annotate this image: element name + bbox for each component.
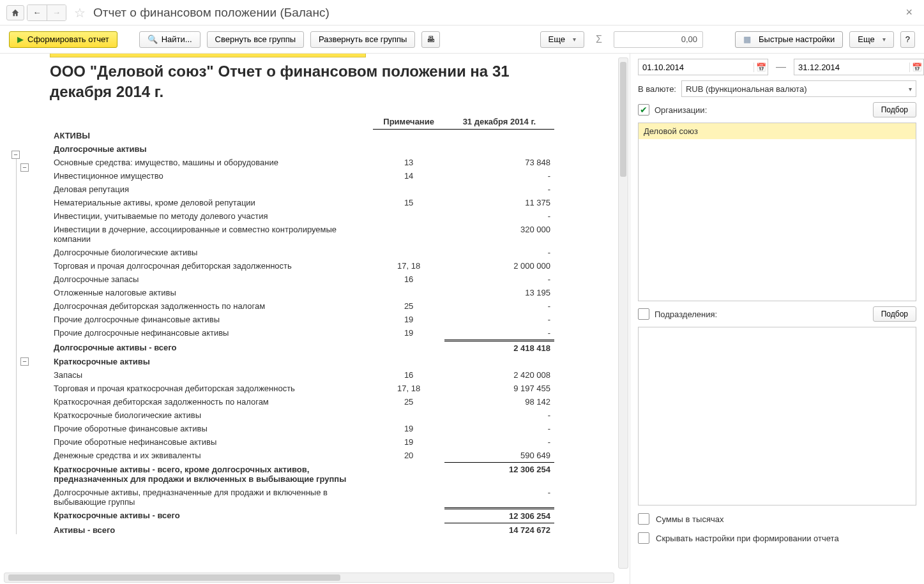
row-note bbox=[373, 223, 444, 246]
date-from-input[interactable] bbox=[639, 63, 754, 72]
tree-toggle-root[interactable]: − bbox=[11, 151, 20, 159]
favorite-toggle[interactable]: ☆ bbox=[74, 5, 87, 20]
row-note bbox=[373, 246, 444, 259]
hide-settings-checkbox[interactable] bbox=[638, 532, 649, 544]
currency-select[interactable]: RUB (функциональная валюта) ▾ bbox=[681, 80, 916, 97]
close-button[interactable]: × bbox=[900, 3, 918, 22]
row-value: - bbox=[444, 422, 554, 435]
scrollbar-thumb[interactable] bbox=[620, 62, 626, 177]
table-row: Торговая и прочая долгосрочная дебиторск… bbox=[50, 259, 554, 273]
date-to-input[interactable] bbox=[794, 63, 909, 72]
thousands-checkbox[interactable] bbox=[638, 513, 649, 525]
divs-listbox[interactable] bbox=[638, 327, 916, 505]
table-row: Краткосрочные активы - всего, кроме долг… bbox=[50, 463, 554, 486]
sum-field[interactable] bbox=[614, 31, 703, 48]
collapse-all-button[interactable]: Свернуть все группы bbox=[207, 31, 304, 48]
row-note: 19 bbox=[373, 422, 444, 435]
arrow-right-icon: → bbox=[52, 8, 61, 17]
row-name: Инвестиционное имущество bbox=[50, 169, 373, 183]
row-value: - bbox=[444, 273, 554, 286]
row-value: 9 197 455 bbox=[444, 382, 554, 395]
row-value: - bbox=[444, 408, 554, 422]
table-row: Прочие долгосрочные финансовые активы19- bbox=[50, 313, 554, 326]
divs-pick-button[interactable]: Подбор bbox=[873, 306, 916, 322]
row-note bbox=[373, 183, 444, 196]
forward-button[interactable]: → bbox=[47, 5, 66, 20]
row-name: Торговая и прочая краткосрочная дебиторс… bbox=[50, 382, 373, 395]
list-item[interactable]: Деловой союз bbox=[639, 123, 916, 139]
row-value: 590 649 bbox=[444, 449, 554, 463]
report-table: Примечание 31 декабря 2014 г. АКТИВЫДолг… bbox=[50, 114, 554, 537]
help-button[interactable]: ? bbox=[900, 31, 915, 48]
row-note: 19 bbox=[373, 435, 444, 449]
scrollbar-horizontal[interactable] bbox=[4, 573, 614, 583]
row-value: 12 306 254 bbox=[444, 509, 554, 523]
row-name: Краткосрочные биологические активы bbox=[50, 408, 373, 422]
row-note: 20 bbox=[373, 449, 444, 463]
table-row: Запасы162 420 008 bbox=[50, 368, 554, 382]
row-value: 2 418 418 bbox=[444, 341, 554, 356]
row-value: - bbox=[444, 183, 554, 196]
quick-settings-button[interactable]: Быстрые настройки bbox=[735, 31, 843, 48]
calendar-icon[interactable]: 📅 bbox=[909, 63, 923, 72]
find-button[interactable]: 🔍 Найти... bbox=[139, 31, 201, 48]
row-value: 2 420 008 bbox=[444, 368, 554, 382]
row-note bbox=[373, 408, 444, 422]
table-row: Краткосрочные активы bbox=[50, 355, 554, 368]
tree-toggle-current[interactable]: − bbox=[20, 357, 29, 366]
row-value bbox=[444, 355, 554, 368]
titlebar: ← → ☆ Отчет о финансовом положении (Бала… bbox=[0, 0, 924, 26]
print-button[interactable]: 🖶 bbox=[421, 31, 440, 48]
tree-toggle-noncurrent[interactable]: − bbox=[20, 163, 29, 172]
more-menu-1[interactable]: Еще bbox=[540, 31, 584, 48]
table-row: Денежные средства и их эквиваленты20590 … bbox=[50, 449, 554, 463]
expand-all-button[interactable]: Развернуть все группы bbox=[310, 31, 415, 48]
row-note bbox=[373, 209, 444, 223]
date-from-field[interactable]: 📅 bbox=[638, 59, 768, 75]
row-value: - bbox=[444, 435, 554, 449]
table-row: Краткосрочные биологические активы- bbox=[50, 408, 554, 422]
close-icon: × bbox=[905, 6, 913, 19]
back-button[interactable]: ← bbox=[27, 5, 47, 20]
hide-settings-label: Скрывать настройки при формировании отче… bbox=[656, 534, 839, 543]
calendar-icon[interactable]: 📅 bbox=[754, 63, 768, 72]
row-note bbox=[373, 523, 444, 537]
orgs-listbox[interactable]: Деловой союз bbox=[638, 123, 916, 301]
run-report-button[interactable]: ▶ Сформировать отчет bbox=[9, 31, 117, 48]
row-note bbox=[373, 463, 444, 486]
row-value: 2 000 000 bbox=[444, 259, 554, 273]
row-name: Инвестиции в дочерние, ассоциированные и… bbox=[50, 223, 373, 246]
table-row: Активы - всего14 724 672 bbox=[50, 523, 554, 537]
row-value: 12 306 254 bbox=[444, 463, 554, 486]
selection-highlight bbox=[50, 54, 366, 57]
row-note bbox=[373, 355, 444, 368]
scrollbar-thumb[interactable] bbox=[8, 574, 340, 581]
row-name: Долгосрочные запасы bbox=[50, 273, 373, 286]
row-value bbox=[444, 129, 554, 142]
row-name: Запасы bbox=[50, 368, 373, 382]
scrollbar-vertical[interactable] bbox=[618, 57, 628, 569]
table-row: Прочие долгосрочные нефинансовые активы1… bbox=[50, 326, 554, 341]
row-value: 14 724 672 bbox=[444, 523, 554, 537]
table-row: Торговая и прочая краткосрочная дебиторс… bbox=[50, 382, 554, 395]
table-row: Прочие оборотные нефинансовые активы19- bbox=[50, 435, 554, 449]
divs-checkbox[interactable] bbox=[638, 308, 649, 320]
row-note bbox=[373, 341, 444, 356]
table-row: Прочие оборотные финансовые активы19- bbox=[50, 422, 554, 435]
row-value: - bbox=[444, 326, 554, 341]
date-to-field[interactable]: 📅 bbox=[794, 59, 924, 75]
more-menu-2[interactable]: Еще bbox=[849, 31, 893, 48]
row-value: 320 000 bbox=[444, 223, 554, 246]
table-row: Долгосрочная дебиторская задолженность п… bbox=[50, 299, 554, 313]
row-value: - bbox=[444, 246, 554, 259]
row-value: - bbox=[444, 209, 554, 223]
orgs-checkbox[interactable]: ✔ bbox=[638, 104, 649, 116]
orgs-pick-button[interactable]: Подбор bbox=[873, 102, 916, 117]
row-name: Долгосрочные активы, предназначенные для… bbox=[50, 486, 373, 509]
arrow-left-icon: ← bbox=[33, 8, 42, 17]
row-note bbox=[373, 486, 444, 509]
home-button[interactable] bbox=[6, 5, 24, 20]
play-icon: ▶ bbox=[17, 34, 24, 44]
row-name: Краткосрочные активы - всего, кроме долг… bbox=[50, 463, 373, 486]
row-name: АКТИВЫ bbox=[50, 129, 373, 142]
